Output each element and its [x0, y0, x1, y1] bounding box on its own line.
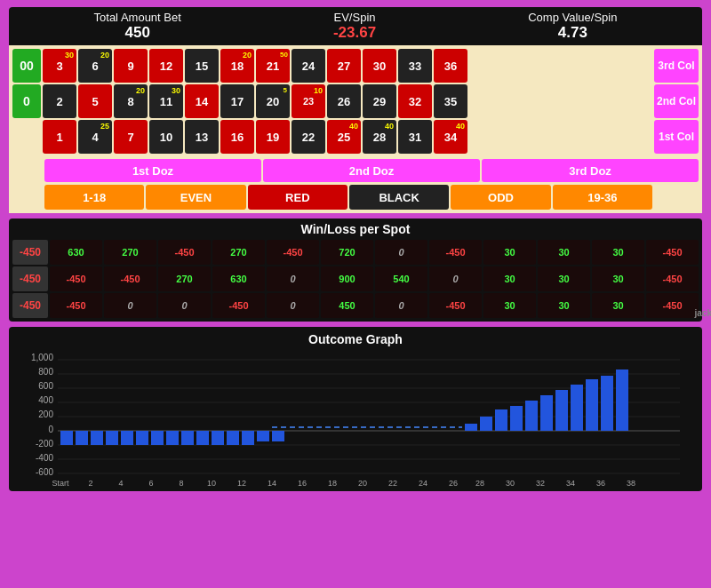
- num-32[interactable]: 32: [398, 84, 432, 118]
- wl-0-7: -450: [429, 240, 482, 265]
- bet-red[interactable]: RED: [248, 185, 348, 210]
- svg-rect-19: [76, 431, 88, 445]
- svg-text:12: 12: [237, 479, 246, 488]
- outcome-graph: 1,000 800 600 400 200 0 -200 -400 -600: [16, 350, 695, 488]
- num-3[interactable]: 303: [43, 49, 76, 83]
- winloss-section: Win/Loss per Spot -450 -450 -450 630 270…: [9, 219, 702, 322]
- num-15[interactable]: 15: [185, 49, 219, 83]
- wl-2-8: 30: [483, 293, 536, 318]
- svg-rect-31: [257, 431, 269, 441]
- winloss-numbers: 630 270 -450 270 -450 720 0 -450 30 30 3…: [50, 240, 699, 318]
- num-10[interactable]: 10: [149, 120, 183, 154]
- dozen-3rd[interactable]: 3rd Doz: [482, 159, 699, 182]
- num-26[interactable]: 26: [327, 84, 361, 118]
- svg-text:-200: -200: [36, 439, 53, 449]
- svg-rect-39: [540, 395, 553, 431]
- num-24[interactable]: 24: [292, 49, 325, 83]
- num-33[interactable]: 33: [398, 49, 432, 83]
- col-1st[interactable]: 1st Col: [654, 120, 699, 154]
- svg-text:20: 20: [358, 479, 367, 488]
- bet-19-36[interactable]: 19-36: [553, 185, 652, 210]
- wl-row-1: -450 -450 270 630 0 900 540 0 30 30 30 -…: [50, 266, 699, 291]
- col-3rd[interactable]: 3rd Col: [654, 49, 699, 83]
- num-22[interactable]: 22: [292, 120, 325, 154]
- numbers-grid: 303 206 9 12 15 2018 5021 24 27 30 33 36: [43, 49, 652, 154]
- dozen-2nd[interactable]: 2nd Doz: [263, 159, 480, 182]
- bet-black[interactable]: BLACK: [349, 185, 449, 210]
- comp-value: 4.73: [528, 24, 617, 42]
- svg-rect-25: [166, 431, 179, 445]
- num-11[interactable]: 3011: [149, 84, 183, 118]
- num-23[interactable]: 1023: [292, 84, 325, 118]
- num-7[interactable]: 7: [114, 120, 148, 154]
- num-4[interactable]: 254: [78, 120, 112, 154]
- svg-rect-35: [480, 417, 492, 431]
- num-30[interactable]: 30: [363, 49, 396, 83]
- wl-2-7: -450: [429, 293, 482, 318]
- bet-odd[interactable]: ODD: [451, 185, 550, 210]
- num-25[interactable]: 4025: [327, 120, 361, 154]
- svg-text:30: 30: [506, 479, 515, 488]
- num-21[interactable]: 5021: [256, 49, 290, 83]
- svg-rect-27: [196, 431, 209, 445]
- zero-0[interactable]: 0: [12, 84, 41, 118]
- num-31[interactable]: 31: [398, 120, 432, 154]
- num-1[interactable]: 1: [43, 120, 76, 154]
- num-17[interactable]: 17: [220, 84, 254, 118]
- bet-1-18[interactable]: 1-18: [44, 185, 144, 210]
- svg-rect-26: [181, 431, 194, 445]
- wl-0-4: -450: [267, 240, 319, 265]
- num-13[interactable]: 13: [185, 120, 219, 154]
- wl-2-11: -450 jackace.com: [646, 293, 699, 318]
- num-28[interactable]: 4028: [363, 120, 396, 154]
- graph-section: Outcome Graph 1,000 800 600 400 200 0 -2…: [9, 327, 702, 491]
- winloss-title: Win/Loss per Spot: [12, 222, 699, 236]
- svg-rect-23: [136, 431, 148, 445]
- num-6[interactable]: 206: [78, 49, 112, 83]
- col-2nd[interactable]: 2nd Col: [654, 84, 699, 118]
- svg-rect-24: [151, 431, 164, 445]
- wl-1-5: 900: [321, 266, 373, 291]
- num-9[interactable]: 9: [114, 49, 148, 83]
- num-2[interactable]: 2: [43, 84, 76, 118]
- num-14[interactable]: 14: [185, 84, 219, 118]
- wl-0-8: 30: [483, 240, 536, 265]
- svg-text:18: 18: [328, 479, 337, 488]
- num-20[interactable]: 520: [256, 84, 290, 118]
- wl-0-1: 270: [104, 240, 156, 265]
- num-35[interactable]: 35: [434, 84, 467, 118]
- num-19[interactable]: 19: [256, 120, 290, 154]
- num-34[interactable]: 4034: [434, 120, 467, 154]
- graph-title: Outcome Graph: [16, 332, 695, 346]
- wl-1-10: 30: [592, 266, 644, 291]
- svg-text:10: 10: [207, 479, 216, 488]
- wl-2-3: -450: [212, 293, 265, 318]
- wl-2-5: 450: [321, 293, 373, 318]
- svg-rect-28: [212, 431, 224, 445]
- zero-00[interactable]: 00: [12, 49, 41, 83]
- svg-rect-20: [91, 431, 103, 445]
- wl-1-0: -450: [50, 266, 102, 291]
- wl-2-4: 0: [267, 293, 319, 318]
- num-8[interactable]: 208: [114, 84, 148, 118]
- num-5[interactable]: 5: [78, 84, 112, 118]
- jackace-label: jackace.com: [695, 308, 712, 318]
- wl-row-2: -450 0 0 -450 0 450 0 -450 30 30 30 -450…: [50, 293, 699, 318]
- svg-rect-21: [106, 431, 118, 445]
- dozen-1st[interactable]: 1st Doz: [44, 159, 261, 182]
- wl-0-10: 30: [592, 240, 644, 265]
- num-27[interactable]: 27: [327, 49, 361, 83]
- num-36[interactable]: 36: [434, 49, 467, 83]
- num-18[interactable]: 2018: [220, 49, 254, 83]
- wl-0-2: -450: [158, 240, 211, 265]
- svg-text:32: 32: [536, 479, 545, 488]
- wl-0-5: 720: [321, 240, 373, 265]
- num-16[interactable]: 16: [220, 120, 254, 154]
- num-29[interactable]: 29: [363, 84, 396, 118]
- wl-2-9: 30: [538, 293, 590, 318]
- number-row-bot: 1 254 7 10 13 16 19 22 4025 4028 31 4034: [43, 120, 652, 154]
- bet-even[interactable]: EVEN: [146, 185, 245, 210]
- column-bets: 3rd Col 2nd Col 1st Col: [654, 49, 699, 154]
- winloss-left-col: -450 -450 -450: [12, 240, 48, 318]
- num-12[interactable]: 12: [149, 49, 183, 83]
